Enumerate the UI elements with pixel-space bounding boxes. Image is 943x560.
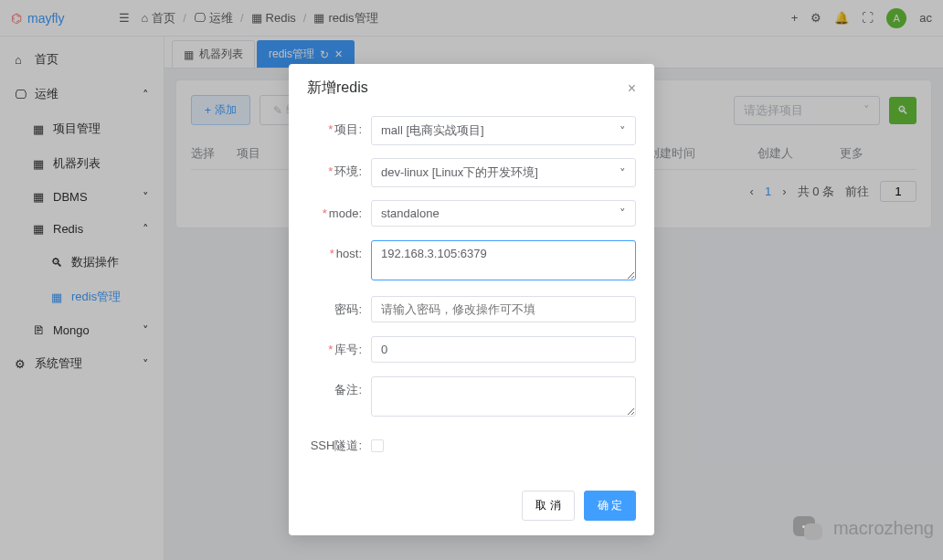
dialog-header: 新增redis × <box>289 64 654 112</box>
label-mode: mode: <box>329 206 362 220</box>
watermark: macrozheng <box>788 512 934 544</box>
watermark-text: macrozheng <box>833 518 934 539</box>
chevron-down-icon: ˅ <box>620 124 626 138</box>
confirm-button[interactable]: 确 定 <box>584 491 636 521</box>
input-host[interactable]: 192.168.3.105:6379 <box>371 240 636 280</box>
checkbox-ssh[interactable] <box>371 439 384 452</box>
dialog-add-redis: 新增redis × *项目: mall [电商实战项目]˅ *环境: dev-l… <box>289 64 654 535</box>
select-mode[interactable]: standalone˅ <box>371 200 636 227</box>
label-password: 密码: <box>334 302 362 316</box>
close-icon[interactable]: × <box>628 80 636 97</box>
chevron-down-icon: ˅ <box>620 206 626 220</box>
dialog-title: 新增redis <box>307 79 368 98</box>
wechat-icon <box>788 512 824 544</box>
label-db: 库号: <box>334 343 362 356</box>
label-ssh: SSH隧道: <box>311 438 362 452</box>
label-env: 环境: <box>334 164 362 178</box>
dialog-body: *项目: mall [电商实战项目]˅ *环境: dev-linux [Linu… <box>289 112 654 481</box>
input-db[interactable] <box>371 336 636 363</box>
input-remark[interactable] <box>371 376 636 417</box>
chevron-down-icon: ˅ <box>620 166 626 180</box>
label-host: host: <box>336 247 362 260</box>
label-remark: 备注: <box>334 383 362 396</box>
label-project: 项目: <box>334 122 362 136</box>
cancel-button[interactable]: 取 消 <box>522 491 574 521</box>
select-project[interactable]: mall [电商实战项目]˅ <box>371 116 636 145</box>
select-env[interactable]: dev-linux [Linux下的开发环境]˅ <box>371 158 636 187</box>
input-password[interactable] <box>371 296 636 322</box>
dialog-footer: 取 消 确 定 <box>289 481 654 535</box>
